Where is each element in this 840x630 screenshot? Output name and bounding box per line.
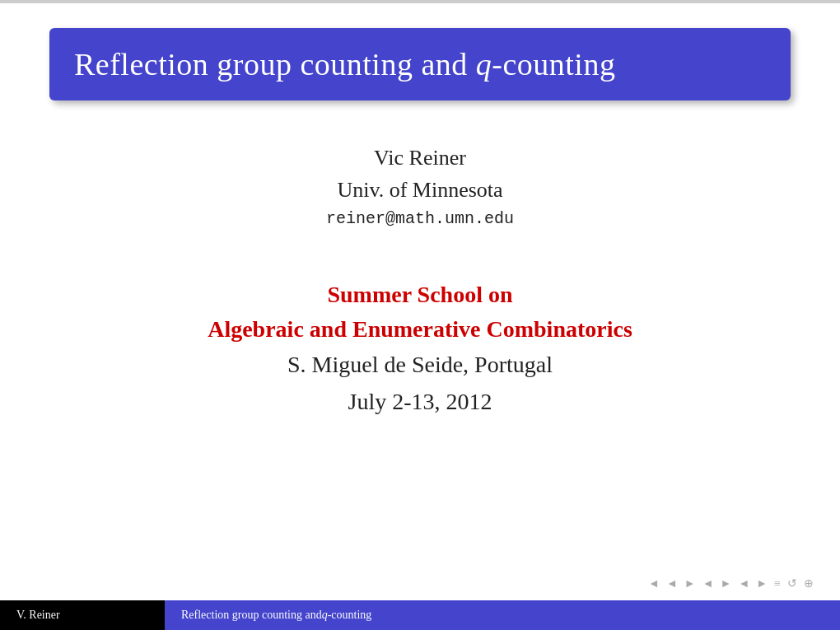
author-email: reiner@math.umn.edu (326, 209, 514, 228)
slide-content: Reflection group counting and q-counting… (0, 3, 840, 630)
nav-left2-icon[interactable]: ◄ (665, 577, 679, 590)
navigation-controls: ◄ ◄ ► ◄ ► ◄ ► ≡ ↺ ⊕ (646, 576, 815, 590)
nav-left4-icon[interactable]: ◄ (736, 577, 751, 590)
nav-zoom-icon[interactable]: ⊕ (802, 576, 815, 590)
status-bar: V. Reiner Reflection group counting and … (0, 600, 840, 630)
conference-line1: Summer School on (208, 278, 632, 312)
slide-title: Reflection group counting and q-counting (74, 46, 766, 82)
conference-section: Summer School on Algebraic and Enumerati… (208, 278, 632, 421)
nav-right2-icon[interactable]: ► (719, 577, 734, 590)
slide-container: Reflection group counting and q-counting… (0, 0, 840, 630)
author-name: Vic Reiner (326, 142, 514, 174)
nav-left3-icon[interactable]: ◄ (701, 577, 716, 590)
author-section: Vic Reiner Univ. of Minnesota reiner@mat… (326, 142, 514, 228)
nav-right3-icon[interactable]: ► (754, 577, 769, 590)
nav-refresh-icon[interactable]: ↺ (786, 576, 799, 590)
conference-line2: Algebraic and Enumerative Combinatorics (208, 312, 632, 347)
author-university: Univ. of Minnesota (326, 174, 514, 206)
status-title: Reflection group counting and q-counting (165, 600, 840, 630)
nav-right-icon[interactable]: ► (683, 577, 698, 590)
nav-left-icon[interactable]: ◄ (646, 577, 661, 590)
nav-menu-icon[interactable]: ≡ (772, 577, 782, 590)
status-author: V. Reiner (0, 600, 165, 630)
conference-line4: July 2-13, 2012 (208, 384, 632, 421)
conference-line3: S. Miguel de Seide, Portugal (208, 347, 632, 384)
title-box: Reflection group counting and q-counting (49, 28, 791, 100)
